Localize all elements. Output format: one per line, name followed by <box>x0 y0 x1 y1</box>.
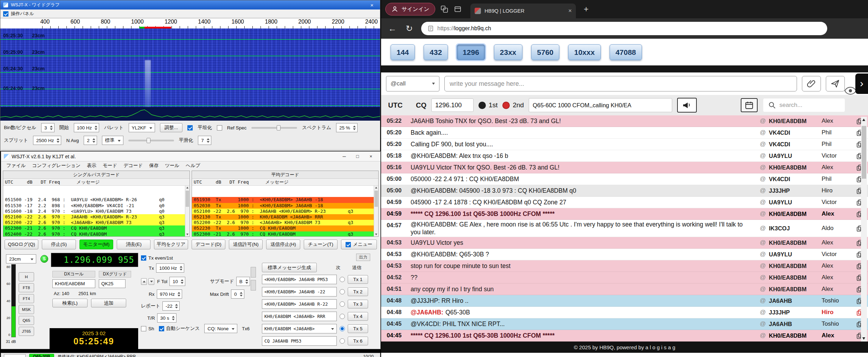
mode-button[interactable]: Q65 <box>19 316 34 325</box>
chat-callsign[interactable]: JJ3JHP <box>769 309 822 316</box>
ftol-spinner[interactable]: 10 <box>169 277 185 286</box>
expand-panel-button[interactable]: › <box>855 74 868 94</box>
decode-row[interactable]: 052300 -21 2.6 970 : CQ KH0/EA8DBM q3 <box>3 225 185 231</box>
menu-item[interactable]: モード <box>99 162 120 170</box>
close-icon[interactable]: × <box>364 154 378 159</box>
calendar-button[interactable] <box>741 98 758 112</box>
cq-message-input[interactable]: Q65-60C 1000 CFOM,,calling KH0/EA <box>529 98 672 112</box>
add-button[interactable]: 追加 <box>91 299 126 307</box>
chat-callsign[interactable]: KH0/EA8DBM <box>769 211 822 217</box>
mention-button[interactable]: @ <box>757 152 769 159</box>
adjust-button[interactable]: 調整... <box>160 123 182 132</box>
main-button[interactable]: 送信許可(N) <box>229 240 263 249</box>
search-box[interactable]: search... <box>763 98 845 112</box>
chat-callsign[interactable]: IK3COJ <box>769 225 822 232</box>
tx-even-checkbox[interactable]: Tx even/1st <box>141 255 173 261</box>
band-button[interactable]: 432 <box>424 44 448 60</box>
sh-checkbox[interactable]: Sh <box>141 326 154 331</box>
band-button[interactable]: 47088 <box>610 44 642 60</box>
workspaces-icon[interactable] <box>440 5 449 13</box>
chat-callsign[interactable]: JJ3JHP <box>769 187 822 194</box>
menu-item[interactable]: コンフィグレーション <box>29 162 84 170</box>
mention-button[interactable]: @ <box>757 297 769 304</box>
tx-message-field[interactable]: KH0/EA8DBM <JA6AHB> <box>262 324 337 333</box>
main-button[interactable]: チューン(T) <box>304 240 337 249</box>
decode-row[interactable]: 052030 Tx 1000 : <KH0/EA8DBM> JA6AHB -18 <box>192 203 374 209</box>
first-radio[interactable] <box>478 102 486 109</box>
autoseq-checkbox[interactable]: 自動シーケンス <box>159 325 200 332</box>
tx-next-radio[interactable] <box>340 289 345 294</box>
menu-item[interactable]: 保存 <box>146 162 162 170</box>
spectrum-spinner[interactable]: 25 % <box>336 123 358 132</box>
tx-freq-spinner[interactable]: Tx 1000 Hz <box>149 263 184 273</box>
decode-row[interactable]: 051930 Tx 1000 : <KH0/EA8DBM> JA6AHB -18 <box>192 197 374 203</box>
chat-callsign[interactable]: KH0/EA8DBM <box>769 164 822 171</box>
decode-row[interactable]: 052400 -22 2.6 970 : CQ KH0/EA8DBM q3 <box>3 231 185 236</box>
main-button[interactable]: デコード(D) <box>192 240 225 249</box>
second-radio[interactable] <box>502 102 510 109</box>
mode-button[interactable]: FT4 <box>19 294 34 303</box>
announce-button[interactable] <box>677 98 697 113</box>
tx-to-rx-button[interactable] <box>141 278 147 285</box>
scrollbar-thumb[interactable] <box>862 126 866 179</box>
mention-button[interactable]: @ <box>757 187 769 194</box>
mention-button[interactable]: @ <box>757 199 769 206</box>
decode-row[interactable]: 052300 -21 2.6 970 : CQ KH0/EA8DBM q3 <box>192 231 374 236</box>
curve-select[interactable]: 標準 <box>102 136 123 145</box>
browser-tab[interactable]: HB9Q | LOGGER × <box>470 4 576 18</box>
mention-button[interactable]: @ <box>757 251 769 258</box>
tx-next-radio[interactable] <box>340 301 345 307</box>
tx-send-button[interactable]: Tx 1 <box>348 275 368 284</box>
send-button[interactable] <box>826 76 845 91</box>
mode-button[interactable]: FT8 <box>19 283 34 292</box>
waterfall[interactable]: 05:25:3023cm 05:25:0023cm 05:24:3023cm 0… <box>0 28 380 107</box>
menu-item[interactable]: ファイル <box>3 162 29 170</box>
tx-next-radio[interactable] <box>340 326 345 331</box>
tx-send-button[interactable]: Tx 5 <box>348 324 368 333</box>
dx-call-input[interactable]: KH0/EA8DBM <box>52 279 95 288</box>
band-button[interactable]: 23xx <box>494 44 522 60</box>
chat-callsign[interactable]: KH0/EA8DBM <box>769 240 822 246</box>
widegraph-close-icon[interactable]: × <box>367 2 377 8</box>
mention-button[interactable]: @ <box>757 176 769 183</box>
menu-item[interactable]: 表示 <box>84 162 99 170</box>
chat-callsign[interactable]: KH0/EA8DBM <box>769 286 822 293</box>
mention-button[interactable]: @ <box>757 332 769 339</box>
chat-callsign[interactable]: UA9YLU <box>769 153 822 159</box>
mention-button[interactable]: @ <box>757 129 769 136</box>
navg-spinner[interactable]: 2 <box>84 136 97 145</box>
main-button[interactable]: QSOログ(Q) <box>5 240 38 249</box>
chat-callsign[interactable]: KH0/EA8DBM <box>769 332 822 339</box>
mention-button[interactable]: @ <box>757 274 769 281</box>
submode-spinner[interactable]: サブモード B <box>210 277 250 286</box>
scroll-up-icon[interactable] <box>862 119 865 121</box>
tx-send-button[interactable]: Tx 4 <box>348 312 368 321</box>
mention-button[interactable]: @ <box>757 286 769 293</box>
mode-button[interactable]: JT65 <box>19 327 34 336</box>
message-input[interactable]: write your message here... <box>444 76 797 91</box>
lookup-button[interactable]: 検索(L) <box>52 299 88 307</box>
decode-scrollbar[interactable] <box>374 186 378 236</box>
mention-button[interactable]: @ <box>757 309 769 316</box>
tx-next-radio[interactable] <box>340 277 345 282</box>
scroll-down-icon[interactable] <box>862 337 865 340</box>
menu-toggle[interactable]: メニュー <box>341 240 377 249</box>
band-select[interactable]: 23cm <box>6 254 36 263</box>
mention-button[interactable]: @ <box>757 239 769 246</box>
smooth-spinner[interactable]: 7 <box>198 136 211 145</box>
band-button[interactable]: 144 <box>391 44 415 60</box>
messages-tab-1[interactable] <box>251 267 256 278</box>
mode-button[interactable]: MSK <box>19 305 34 314</box>
main-titlebar[interactable]: WSJT-X v2.6.1 by K1JT et al. ─ □ × <box>1 152 380 161</box>
call-select[interactable]: @call <box>386 76 439 91</box>
back-button[interactable]: ← <box>387 24 397 33</box>
new-tab-button[interactable]: + <box>584 4 589 14</box>
chat-callsign[interactable]: JA6AHB <box>769 321 822 327</box>
decode-row[interactable]: 052200 -22 2.6 970 : <JA6AHB> KH0/EA8DBM… <box>3 220 185 225</box>
mode-button[interactable]: H <box>19 272 34 281</box>
main-button[interactable]: 消去(E) <box>117 240 150 249</box>
gain-slider[interactable] <box>251 127 297 129</box>
flatten-checkbox[interactable] <box>187 125 193 130</box>
decode-scrollbar[interactable] <box>185 186 189 236</box>
menu-item[interactable]: ヘルプ <box>182 162 203 170</box>
